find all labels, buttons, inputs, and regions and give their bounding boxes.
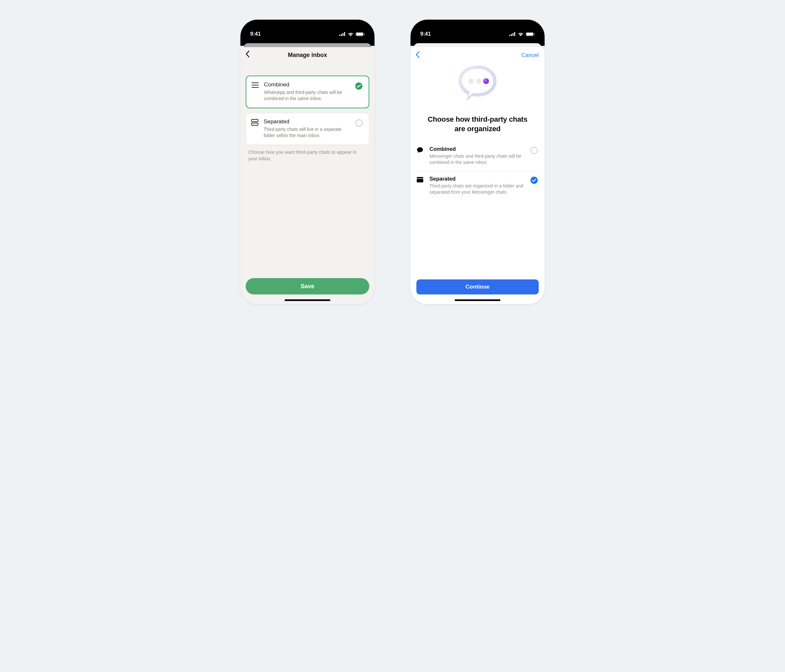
svg-rect-14 [509,34,510,36]
save-button-label: Save [300,283,314,290]
svg-rect-5 [356,33,363,36]
header: Manage inbox [241,47,375,65]
svg-rect-16 [513,33,513,36]
radio-unselected-icon [355,119,363,127]
back-button[interactable] [415,51,420,60]
svg-rect-0 [339,34,340,36]
svg-rect-19 [526,33,533,36]
svg-rect-6 [364,33,365,35]
split-rows-icon [251,119,258,125]
option-title: Separated [264,118,350,125]
option-combined[interactable]: Combined Messenger chats and third-party… [416,141,539,171]
page-heading: Choose how third-party chats are organiz… [410,114,544,133]
battery-icon [355,32,365,36]
save-button[interactable]: Save [246,278,369,294]
svg-rect-11 [252,119,258,122]
svg-rect-17 [514,32,515,36]
status-icons [509,32,535,36]
option-desc: Third-party chats are organized in a fol… [430,183,525,195]
home-indicator[interactable] [455,299,500,301]
sheet: Cancel [410,47,544,304]
chat-bubble-illustration-icon [453,63,502,109]
home-indicator[interactable] [285,299,330,301]
continue-button[interactable]: Continue [416,279,539,294]
svg-rect-1 [341,34,342,36]
radio-unselected-icon [530,147,538,154]
wifi-icon [518,32,524,36]
battery-icon [525,32,535,36]
cancel-button[interactable]: Cancel [521,52,539,59]
option-desc: Third-party chats will live in a separat… [264,126,350,139]
status-time: 9:41 [250,31,261,37]
option-desc: Messenger chats and third-party chats wi… [430,153,525,166]
radio-selected-icon [355,82,363,90]
option-title: Separated [430,176,525,182]
folder-filled-icon [416,176,424,183]
svg-rect-12 [252,123,258,125]
svg-point-13 [356,120,363,126]
svg-rect-3 [344,32,345,36]
option-combined[interactable]: Combined WhatsApp and third-party chats … [246,75,369,108]
continue-button-label: Continue [466,284,489,290]
phone-messenger: 9:41 Cancel [410,20,544,304]
svg-rect-25 [417,177,423,178]
status-bar: 9:41 [241,20,375,46]
cellular-icon [339,32,346,36]
wifi-icon [348,32,353,36]
svg-point-21 [468,78,474,84]
option-separated[interactable]: Separated Third-party chats will live in… [246,113,369,145]
page-title: Manage inbox [288,52,327,59]
svg-point-22 [476,78,481,84]
list-lines-icon [252,82,259,88]
status-time: 9:41 [420,31,431,37]
chat-filled-icon [416,147,424,154]
helper-text: Choose how you want third-party chats to… [241,145,375,162]
cellular-icon [509,32,516,36]
chevron-left-icon [415,51,420,58]
svg-rect-26 [417,179,423,182]
options-list: Combined Messenger chats and third-party… [410,139,544,201]
option-desc: WhatsApp and third-party chats will be c… [264,89,350,102]
option-title: Combined [430,146,525,152]
status-icons [339,32,365,36]
chevron-left-icon [245,50,250,58]
phone-whatsapp: 9:41 Manage inbox Combined [241,20,375,304]
svg-rect-2 [342,33,343,36]
svg-rect-20 [534,33,535,35]
options-list: Combined WhatsApp and third-party chats … [241,65,375,145]
svg-point-24 [531,147,537,154]
sheet: Manage inbox Combined WhatsApp and third… [241,47,375,304]
option-title: Combined [264,81,350,88]
hero-illustration [410,61,544,114]
svg-point-23 [483,78,489,84]
status-bar: 9:41 [410,20,544,46]
back-button[interactable] [245,50,250,59]
svg-rect-15 [511,34,512,36]
nav-bar: Cancel [410,47,544,61]
option-separated[interactable]: Separated Third-party chats are organize… [416,171,539,201]
radio-selected-icon [530,176,538,184]
